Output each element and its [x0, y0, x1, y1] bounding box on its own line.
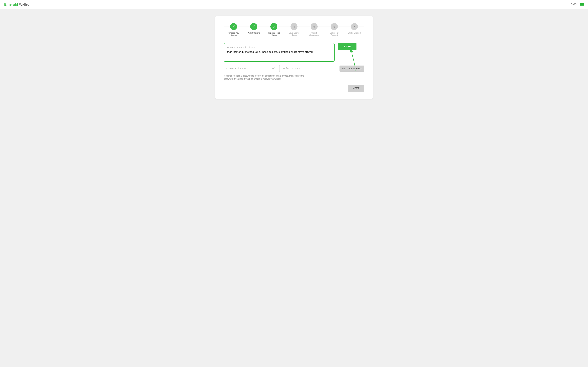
step-5-circle: 5	[311, 23, 318, 30]
footer-row: NEXT	[224, 85, 364, 92]
step-5-label: Select Blockchains	[307, 32, 321, 36]
password-input-wrap	[224, 65, 277, 72]
step-5-number: 5	[313, 25, 315, 28]
password-row: SET PASSWORD	[224, 65, 364, 72]
phrase-placeholder: Enter a mnemonic phrase	[227, 46, 331, 49]
step-4-circle: 4	[291, 23, 297, 30]
next-button[interactable]: NEXT	[348, 85, 364, 92]
step-6-label: Select HD Account	[327, 32, 341, 36]
help-text: (optional) Additional password to protec…	[224, 74, 308, 81]
set-password-button[interactable]: SET PASSWORD	[339, 66, 364, 72]
step-1-check: ✓	[232, 25, 235, 28]
app-logo: Emerald Wallet	[4, 2, 29, 7]
eye-icon[interactable]	[272, 67, 276, 70]
phrase-left: Enter a mnemonic phrase	[224, 43, 335, 62]
save-button[interactable]: SAVE	[338, 43, 356, 50]
app-name-emerald: Emerald	[4, 2, 18, 7]
step-7: 7 Wallet Created	[344, 23, 364, 34]
step-4: 4 Save Secret Phrase	[284, 23, 304, 36]
balance-display: 0.00	[571, 3, 576, 6]
step-7-label: Wallet Created	[348, 32, 361, 34]
topbar: Emerald Wallet 0.00	[0, 0, 588, 9]
step-4-label: Save Secret Phrase	[287, 32, 301, 36]
main-content: ✓ Choose Key Source ✓ Wallet Options 3 I…	[0, 9, 588, 106]
phrase-save-row: Enter a mnemonic phrase SAVE	[224, 43, 364, 62]
app-name-wallet: Wallet	[19, 2, 29, 7]
step-1-circle: ✓	[230, 23, 237, 30]
phrase-input[interactable]	[227, 50, 331, 58]
topbar-right: 0.00	[571, 3, 584, 6]
confirm-password-input[interactable]	[279, 65, 337, 72]
step-3: 3 Import Secret Phrase	[264, 23, 284, 36]
step-1: ✓ Choose Key Source	[224, 23, 244, 36]
step-6-number: 6	[334, 25, 335, 28]
step-7-number: 7	[354, 25, 355, 28]
phrase-box[interactable]: Enter a mnemonic phrase	[224, 43, 335, 62]
step-5: 5 Select Blockchains	[304, 23, 324, 36]
step-2-circle: ✓	[250, 23, 257, 30]
password-input[interactable]	[224, 65, 277, 72]
stepper: ✓ Choose Key Source ✓ Wallet Options 3 I…	[224, 23, 364, 36]
step-3-number: 3	[273, 25, 275, 28]
menu-icon[interactable]	[580, 3, 584, 6]
step-3-label: Import Secret Phrase	[267, 32, 281, 36]
wizard-card: ✓ Choose Key Source ✓ Wallet Options 3 I…	[215, 16, 373, 99]
step-3-circle: 3	[270, 23, 277, 30]
step-7-circle: 7	[351, 23, 358, 30]
step-2: ✓ Wallet Options	[244, 23, 264, 34]
svg-point-1	[274, 68, 274, 69]
step-6-circle: 6	[331, 23, 338, 30]
step-4-number: 4	[293, 25, 295, 28]
step-6: 6 Select HD Account	[324, 23, 344, 36]
step-2-label: Wallet Options	[248, 32, 260, 34]
step-1-label: Choose Key Source	[227, 32, 241, 36]
step-2-check: ✓	[252, 25, 255, 28]
